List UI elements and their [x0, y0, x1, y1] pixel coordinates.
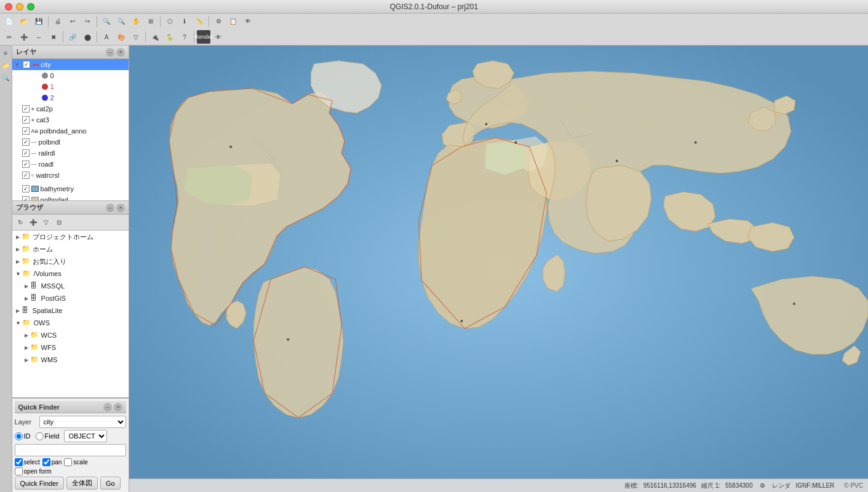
layer-item-city[interactable]: ▼ ●● city — [12, 59, 129, 70]
panel-collapse-btn[interactable]: – — [106, 48, 114, 57]
browser-item-volumes[interactable]: ▼ /Volumes — [12, 268, 129, 280]
browser-filter-btn[interactable]: ▽ — [41, 217, 52, 228]
qf-radio-field-label[interactable]: Field — [36, 432, 60, 440]
browser-close-btn[interactable]: × — [116, 204, 125, 212]
browser-item-wfs[interactable]: ▶ WFS — [12, 341, 129, 354]
qf-close-btn[interactable]: × — [114, 403, 122, 411]
layer-item-railrdl[interactable]: ▶ — railrdl — [12, 148, 129, 159]
close-button[interactable] — [5, 3, 12, 10]
plugin-btn[interactable]: 🔌 — [148, 30, 162, 44]
qf-collapse-btn[interactable]: – — [103, 403, 112, 411]
layer-item-polbndad-anno[interactable]: ▶ Aa polbndad_anno — [12, 125, 129, 137]
identify-btn[interactable]: ℹ — [178, 15, 191, 28]
save-project-btn[interactable]: 💾 — [32, 15, 46, 28]
browser-collapse-all-btn[interactable]: ⊟ — [54, 217, 65, 228]
qf-check-scale[interactable] — [64, 458, 72, 466]
browser-refresh-btn[interactable]: ↻ — [15, 217, 26, 228]
move-feature-btn[interactable]: ↔ — [32, 30, 46, 44]
browser-item-postgis[interactable]: ▶ PostGiS — [12, 292, 129, 304]
qf-search-input[interactable] — [15, 444, 126, 456]
python-btn[interactable]: 🐍 — [163, 30, 177, 44]
undo-btn[interactable]: ↩ — [66, 15, 79, 28]
maximize-button[interactable] — [27, 3, 34, 10]
qf-layer-select[interactable]: city — [39, 416, 126, 428]
map-area[interactable]: 座標: 9516116,13316496 縮尺 1: 55834300 ⚙ レン… — [129, 46, 868, 492]
measure-btn[interactable]: 📏 — [193, 15, 206, 28]
layer-item-bathymetry[interactable]: ▶ bathymetry — [12, 183, 129, 194]
qf-check-openform[interactable] — [15, 467, 23, 475]
zoom-out-btn[interactable]: 🔍 — [114, 15, 128, 28]
add-feature-btn[interactable]: ➕ — [17, 30, 31, 44]
browser-item-favorites[interactable]: ▶ お気に入り — [12, 255, 129, 268]
zoom-in-btn[interactable]: 🔍 — [100, 15, 113, 28]
layer-item-roadl[interactable]: ▶ — roadl — [12, 159, 129, 170]
layer-item-polbndad[interactable]: ▶ polbndad — [12, 194, 129, 200]
filter-btn[interactable]: ▽ — [129, 30, 143, 44]
layer-checkbox-bathymetry[interactable] — [22, 185, 30, 192]
qf-check-pan[interactable] — [42, 458, 50, 466]
browser-item-wms[interactable]: ▶ WMS — [12, 354, 129, 366]
qf-radio-field[interactable] — [36, 432, 44, 440]
browser-collapse-btn[interactable]: – — [106, 204, 114, 212]
sidebar-browser-icon[interactable]: 📁 — [1, 60, 10, 70]
browser-item-project-home[interactable]: ▶ プロジェクトホーム — [12, 231, 129, 243]
browser-item-mssql[interactable]: ▶ MSSQL — [12, 280, 129, 292]
qf-check-scale-label[interactable]: scale — [64, 458, 87, 466]
browser-item-wcs[interactable]: ▶ WCS — [12, 329, 129, 341]
attribute-table-btn[interactable]: 📋 — [226, 15, 240, 28]
qf-radio-id-label[interactable]: ID — [15, 432, 31, 440]
layer-sub-1[interactable]: 1 — [12, 81, 129, 92]
qf-field-select[interactable]: OBJECTID — [64, 430, 107, 442]
layer-item-cat3[interactable]: ▶ ● cat3 — [12, 114, 129, 125]
open-project-btn[interactable]: 📂 — [17, 15, 31, 28]
layer-checkbox-polbndl[interactable] — [22, 138, 30, 146]
qf-check-select-label[interactable]: select — [15, 458, 40, 466]
browser-item-ows[interactable]: ▼ OWS — [12, 317, 129, 329]
layer-sub-2[interactable]: 2 — [12, 92, 129, 103]
panel-close-btn[interactable]: × — [116, 48, 125, 57]
layer-checkbox-cat2p[interactable] — [22, 105, 30, 113]
browser-add-btn[interactable]: ➕ — [28, 217, 39, 228]
delete-feature-btn[interactable]: ✖ — [47, 30, 60, 44]
scale-adjust-icon[interactable]: ⚙ — [757, 481, 767, 491]
layer-checkbox-roadl[interactable] — [22, 161, 30, 168]
layer-item-watrcrsl[interactable]: ▶ ≈ watrcrsl — [12, 170, 129, 181]
help-btn[interactable]: ? — [178, 30, 191, 44]
pan-btn[interactable]: ✋ — [129, 15, 143, 28]
layer-item-cat2p[interactable]: ▶ ● cat2p — [12, 103, 129, 114]
browser-item-spatialite[interactable]: ▶ SpatiaLite — [12, 304, 129, 317]
layer-checkbox-polbndad-anno[interactable] — [22, 127, 30, 135]
eye2-btn[interactable]: 👁 — [212, 30, 225, 44]
render-btn[interactable]: Render — [197, 30, 210, 44]
map-canvas[interactable] — [129, 46, 868, 492]
qf-quickfinder-btn[interactable]: Quick Finder — [15, 477, 64, 490]
qf-check-openform-label[interactable]: open form — [15, 467, 52, 475]
snap-btn[interactable]: 🔗 — [66, 30, 79, 44]
qf-check-pan-label[interactable]: pan — [42, 458, 62, 466]
sidebar-search-icon[interactable]: 🔍 — [1, 73, 10, 82]
qf-all-btn[interactable]: 全体図 — [66, 477, 98, 490]
edit-btn[interactable]: ✏ — [2, 30, 16, 44]
digitize-btn[interactable]: ⬤ — [81, 30, 94, 44]
sidebar-layers-icon[interactable]: ≡ — [1, 48, 10, 58]
style-btn[interactable]: 🎨 — [114, 30, 128, 44]
minimize-button[interactable] — [16, 3, 23, 10]
print-btn[interactable]: 🖨 — [51, 15, 65, 28]
layer-checkbox-cat3[interactable] — [22, 116, 30, 124]
layer-sub-0[interactable]: 0 — [12, 70, 129, 81]
layer-checkbox-watrcrsl[interactable] — [22, 172, 30, 179]
layer-checkbox-city[interactable] — [23, 61, 30, 68]
qf-go-btn[interactable]: Go — [100, 477, 121, 490]
qf-check-select[interactable] — [15, 458, 23, 466]
layer-properties-btn[interactable]: ⚙ — [212, 15, 225, 28]
layer-checkbox-railrdl[interactable] — [22, 149, 30, 157]
browser-item-home[interactable]: ▶ ホーム — [12, 243, 129, 255]
select-btn[interactable]: ⬡ — [163, 15, 177, 28]
label-btn[interactable]: A — [100, 30, 113, 44]
new-project-btn[interactable]: 📄 — [2, 15, 16, 28]
zoom-full-btn[interactable]: ⊞ — [144, 15, 157, 28]
layer-item-polbndl[interactable]: ▶ — polbndl — [12, 137, 129, 148]
eye-btn[interactable]: 👁 — [241, 15, 255, 28]
redo-btn[interactable]: ↪ — [81, 15, 94, 28]
qf-radio-id[interactable] — [15, 432, 23, 440]
